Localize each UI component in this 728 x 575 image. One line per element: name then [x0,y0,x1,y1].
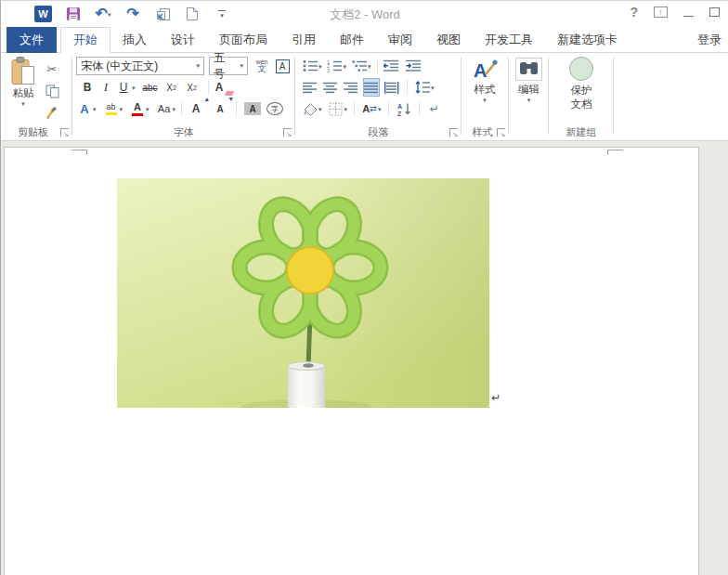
svg-text:A: A [397,103,402,110]
sort-button[interactable]: A Z [396,99,412,118]
maximize-button[interactable] [709,7,720,17]
minimize-button[interactable] [683,16,694,17]
chevron-down-icon[interactable]: ▾ [191,62,200,70]
cut-button[interactable]: ✂ [44,59,60,78]
paste-label: 粘贴 [13,86,34,100]
italic-button[interactable]: I [97,78,115,97]
font-group-label: 字体 [72,125,295,139]
triangle-up-icon: ▲ [203,96,210,102]
line-spacing-button[interactable] [414,78,431,97]
text-effects-button[interactable]: A [76,99,93,118]
font-name-combobox[interactable]: 宋体 (中文正文) ▾ [76,57,204,75]
tab-home[interactable]: 开始 [60,27,110,53]
borders-dropdown-icon[interactable]: ▾ [344,106,348,112]
editing-dropdown-icon[interactable]: ▾ [527,97,531,103]
highlight-dropdown-icon[interactable]: ▾ [120,106,124,112]
new-document-button[interactable] [184,4,201,24]
align-right-button[interactable] [343,78,359,97]
font-dialog-launcher[interactable] [283,128,292,137]
clear-formatting-button[interactable]: A [214,78,231,97]
multilevel-list-icon [352,59,368,72]
tab-design[interactable]: 设计 [159,27,207,53]
bullets-button[interactable] [302,57,318,75]
document-page[interactable]: ↵ [4,147,699,575]
subscript-button[interactable]: X2 [162,78,182,97]
styles-dialog-launcher[interactable] [497,128,505,137]
change-case-button[interactable]: Aa [156,99,173,118]
document-image[interactable] [117,178,489,408]
font-size-combobox[interactable]: 五号 ▾ [209,57,248,75]
show-hide-marks-button[interactable]: ↵ [426,99,443,118]
font-color-button[interactable]: A [129,99,146,118]
redo-button[interactable]: ↷ [124,4,141,24]
tab-page-layout[interactable]: 页面布局 [207,27,280,53]
document-area: ↵ [1,141,728,575]
format-painter-icon [46,107,59,120]
multilevel-dropdown-icon[interactable]: ▾ [368,63,371,70]
bullets-dropdown-icon[interactable]: ▾ [318,63,322,70]
text-effects-dropdown-icon[interactable]: ▾ [93,106,97,112]
tab-developer[interactable]: 开发工具 [473,27,545,53]
borders-button[interactable] [328,99,344,118]
numbering-icon: 123 [327,59,343,72]
clipboard-dialog-launcher[interactable] [60,128,69,137]
save-button[interactable] [65,4,82,24]
underline-dropdown-icon[interactable]: ▾ [132,85,136,91]
bold-button[interactable]: B [78,78,97,97]
styles-button[interactable]: A 样式 ▾ [468,57,501,103]
grow-font-button[interactable]: A▲ [188,99,204,118]
redo-icon: ↷ [126,7,138,21]
align-center-button[interactable] [322,78,339,97]
asian-layout-button[interactable]: A ⇄ [361,99,378,118]
underline-button[interactable]: U [115,78,132,97]
superscript-button[interactable]: X2 [182,78,202,97]
numbering-dropdown-icon[interactable]: ▾ [344,63,347,70]
ribbon-display-options-button[interactable]: ↑ [654,7,668,18]
multilevel-list-button[interactable] [351,57,368,75]
tab-new-tab[interactable]: 新建选项卡 [545,27,630,53]
undo-dropdown-icon[interactable]: ▾ [108,11,111,18]
character-shading-button[interactable]: A [244,102,261,115]
shading-dropdown-icon[interactable]: ▾ [318,106,322,112]
shrink-font-button[interactable]: A▼ [212,99,228,118]
align-left-button[interactable] [302,78,318,97]
undo-button[interactable]: ↶ ▾ [95,4,111,24]
tab-references[interactable]: 引用 [280,27,328,53]
phonetic-guide-button[interactable]: wén 文 [254,57,270,75]
scissors-icon: ✂ [47,62,58,76]
line-spacing-dropdown-icon[interactable]: ▾ [431,85,435,91]
editing-button[interactable]: 编辑 ▾ [514,58,544,103]
tab-review[interactable]: 审阅 [376,27,424,53]
asian-layout-dropdown-icon[interactable]: ▾ [378,106,382,112]
tab-insert[interactable]: 插入 [110,27,159,53]
justify-button[interactable] [363,78,380,97]
tab-file[interactable]: 文件 [6,27,57,53]
decrease-indent-button[interactable] [384,57,400,75]
tab-view[interactable]: 视图 [424,27,473,53]
strikethrough-button[interactable]: abc [139,78,162,97]
page-arrow-button[interactable] [154,4,171,24]
copy-button[interactable] [44,82,60,100]
paste-dropdown-icon[interactable]: ▾ [21,100,25,107]
increase-indent-button[interactable] [406,57,422,75]
highlight-color-button[interactable]: ab [103,99,120,118]
tab-mailings[interactable]: 邮件 [328,27,376,53]
protect-document-button[interactable]: 保护 文档 [563,57,600,111]
numbering-button[interactable]: 123 [327,57,344,75]
distribute-button[interactable] [384,78,400,97]
sign-in-link[interactable]: 登录 [697,27,722,53]
enclose-characters-button[interactable]: 字 [266,102,283,115]
help-button[interactable]: ? [630,5,638,20]
styles-dropdown-icon[interactable]: ▾ [483,97,487,103]
character-border-button[interactable]: A [274,57,291,75]
green-circle-icon [569,57,593,81]
word-app-icon[interactable]: W [34,4,52,24]
chevron-down-icon[interactable]: ▾ [235,62,243,70]
change-case-dropdown-icon[interactable]: ▾ [173,106,176,112]
font-color-dropdown-icon[interactable]: ▾ [146,106,150,112]
shading-button[interactable] [302,99,318,118]
paste-button[interactable]: 粘贴 ▾ [6,57,40,107]
customize-qat-button[interactable]: ▾ [214,4,230,24]
format-painter-button[interactable] [44,104,60,123]
editing-button-label: 编辑 [518,83,540,97]
